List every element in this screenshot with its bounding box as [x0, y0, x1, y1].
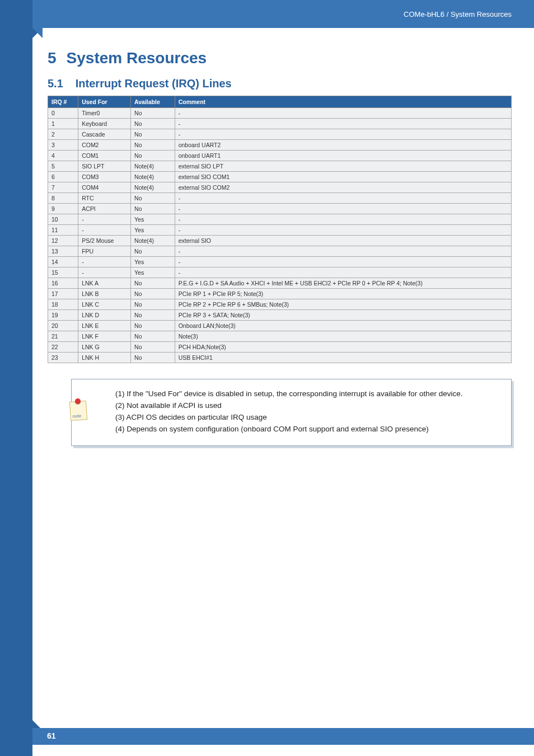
cell-available: No	[131, 289, 175, 299]
table-row: 11-Yes-	[48, 225, 512, 236]
cell-comment: -	[175, 129, 511, 140]
cell-comment: Onboard LAN;Note(3)	[175, 321, 511, 331]
cell-available: No	[131, 140, 175, 151]
table-row: 4COM1Noonboard UART1	[48, 151, 512, 161]
cell-irq: 8	[48, 193, 78, 204]
cell-used_for: RTC	[78, 193, 131, 204]
cell-available: No	[131, 108, 175, 119]
cell-irq: 7	[48, 182, 78, 193]
cell-used_for: LNK A	[78, 278, 131, 289]
cell-comment: -	[175, 246, 511, 257]
cell-used_for: LNK C	[78, 299, 131, 310]
cell-available: Yes	[131, 214, 175, 225]
section-heading: 5.1Interrupt Request (IRQ) Lines	[48, 77, 512, 90]
cell-available: Note(4)	[131, 236, 175, 246]
table-row: 18LNK CNoPCIe RP 2 + PCIe RP 6 + SMBus; …	[48, 299, 512, 310]
cell-irq: 19	[48, 310, 78, 321]
table-row: 1KeyboardNo-	[48, 119, 512, 129]
page-header: COMe-bHL6 / System Resources	[32, 0, 534, 28]
table-row: 6COM3Note(4)external SIO COM1	[48, 172, 512, 182]
cell-comment: -	[175, 204, 511, 214]
cell-available: No	[131, 204, 175, 214]
chapter-heading: 5System Resources	[48, 49, 512, 67]
cell-irq: 10	[48, 214, 78, 225]
page-number: 61	[47, 731, 56, 740]
cell-irq: 16	[48, 278, 78, 289]
cell-irq: 15	[48, 267, 78, 278]
cell-used_for: Timer0	[78, 108, 131, 119]
cell-available: No	[131, 193, 175, 204]
cell-used_for: SIO LPT	[78, 161, 131, 172]
cell-available: No	[131, 353, 175, 363]
cell-comment: PCIe RP 3 + SATA; Note(3)	[175, 310, 511, 321]
cell-available: No	[131, 119, 175, 129]
section-number: 5.1	[48, 77, 63, 90]
note-line: (1) If the "Used For" device is disabled…	[115, 388, 495, 400]
cell-comment: -	[175, 267, 511, 278]
chapter-title: System Resources	[67, 49, 207, 67]
irq-table: IRQ # Used For Available Comment 0Timer0…	[48, 96, 512, 363]
cell-available: Note(4)	[131, 172, 175, 182]
cell-used_for: LNK D	[78, 310, 131, 321]
col-comment: Comment	[175, 96, 511, 108]
cell-irq: 18	[48, 299, 78, 310]
cell-used_for: COM2	[78, 140, 131, 151]
note-box: (1) If the "Used For" device is disabled…	[71, 379, 512, 446]
cell-used_for: -	[78, 214, 131, 225]
cell-irq: 5	[48, 161, 78, 172]
cell-comment: P.E.G + I.G.D + SA Audio + XHCI + Intel …	[175, 278, 511, 289]
cell-comment: -	[175, 257, 511, 267]
cell-irq: 11	[48, 225, 78, 236]
cell-irq: 1	[48, 119, 78, 129]
cell-comment: external SIO COM2	[175, 182, 511, 193]
table-header-row: IRQ # Used For Available Comment	[48, 96, 512, 108]
cell-comment: -	[175, 193, 511, 204]
cell-available: No	[131, 310, 175, 321]
note-icon	[68, 400, 90, 422]
cell-used_for: LNK G	[78, 342, 131, 353]
table-row: 20LNK ENoOnboard LAN;Note(3)	[48, 321, 512, 331]
cell-used_for: FPU	[78, 246, 131, 257]
table-row: 21LNK FNoNote(3)	[48, 331, 512, 342]
table-row: 8RTCNo-	[48, 193, 512, 204]
cell-used_for: -	[78, 225, 131, 236]
cell-available: Note(4)	[131, 182, 175, 193]
table-row: 10-Yes-	[48, 214, 512, 225]
cell-available: No	[131, 342, 175, 353]
table-row: 14-Yes-	[48, 257, 512, 267]
cell-used_for: COM4	[78, 182, 131, 193]
table-row: 0Timer0No-	[48, 108, 512, 119]
cell-used_for: Cascade	[78, 129, 131, 140]
cell-available: No	[131, 321, 175, 331]
cell-comment: external SIO	[175, 236, 511, 246]
cell-available: No	[131, 246, 175, 257]
note-line: (3) ACPI OS decides on particular IRQ us…	[115, 412, 495, 424]
table-row: 3COM2Noonboard UART2	[48, 140, 512, 151]
cell-irq: 13	[48, 246, 78, 257]
cell-irq: 3	[48, 140, 78, 151]
note-line: (4) Depends on system configuration (onb…	[115, 424, 495, 435]
table-row: 16LNK ANoP.E.G + I.G.D + SA Audio + XHCI…	[48, 278, 512, 289]
cell-used_for: -	[78, 267, 131, 278]
cell-irq: 17	[48, 289, 78, 299]
footer-bar	[32, 728, 534, 745]
table-row: 12PS/2 MouseNote(4)external SIO	[48, 236, 512, 246]
cell-comment: Note(3)	[175, 331, 511, 342]
note-container: (1) If the "Used For" device is disabled…	[71, 379, 512, 446]
chapter-number: 5	[48, 49, 57, 67]
table-row: 5SIO LPTNote(4)external SIO LPT	[48, 161, 512, 172]
cell-used_for: LNK F	[78, 331, 131, 342]
table-row: 9ACPINo-	[48, 204, 512, 214]
table-row: 13FPUNo-	[48, 246, 512, 257]
cell-used_for: PS/2 Mouse	[78, 236, 131, 246]
header-corner-decoration	[32, 28, 43, 38]
cell-irq: 0	[48, 108, 78, 119]
cell-irq: 12	[48, 236, 78, 246]
cell-available: No	[131, 331, 175, 342]
cell-irq: 14	[48, 257, 78, 267]
cell-available: Yes	[131, 225, 175, 236]
cell-available: Yes	[131, 267, 175, 278]
note-line: (2) Not available if ACPI is used	[115, 400, 495, 412]
cell-comment: -	[175, 225, 511, 236]
cell-available: No	[131, 299, 175, 310]
